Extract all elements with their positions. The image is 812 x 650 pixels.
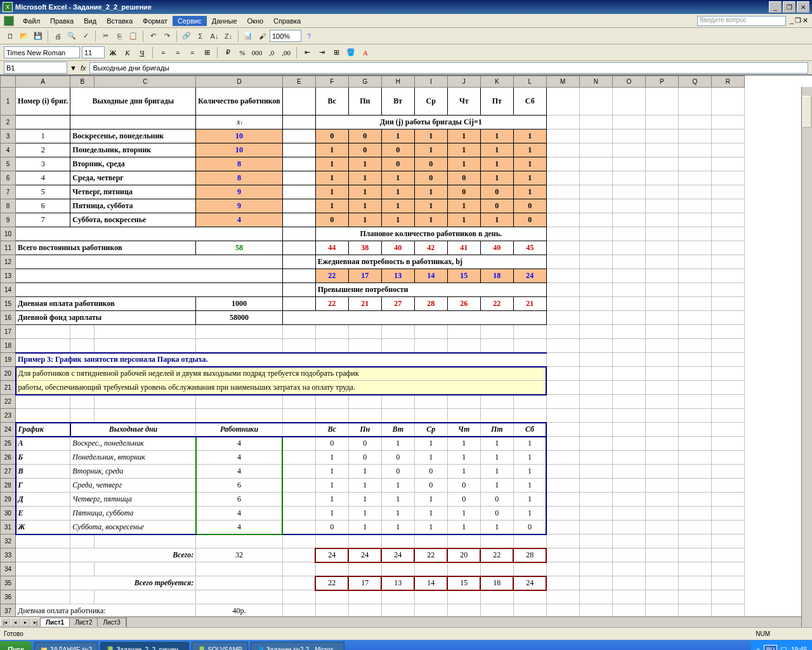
menu-help[interactable]: Справка [268, 16, 306, 26]
menu-service[interactable]: Сервис [173, 16, 207, 26]
col-header[interactable]: Q [678, 76, 711, 88]
cell[interactable]: Вторник, среда [70, 157, 196, 171]
cell[interactable]: 1 [315, 185, 348, 199]
cell[interactable]: 0 [480, 185, 513, 199]
cell[interactable] [414, 562, 447, 576]
borders-icon[interactable]: ⊞ [330, 46, 343, 59]
col-header[interactable]: O [612, 76, 645, 88]
cell[interactable]: 0 [315, 437, 348, 451]
cell[interactable] [579, 339, 612, 353]
cell[interactable]: Работники [196, 423, 282, 437]
cell[interactable]: 0 [348, 437, 381, 451]
row-header[interactable]: 9 [1, 213, 16, 227]
cell[interactable]: Вт [381, 423, 414, 437]
cell[interactable]: Пт [480, 88, 513, 116]
cell[interactable] [711, 479, 744, 493]
cell[interactable] [612, 213, 645, 227]
cell[interactable]: 0 [513, 213, 546, 227]
cell[interactable]: 1 [513, 157, 546, 171]
cell[interactable]: Б [16, 451, 70, 465]
row-header[interactable]: 29 [1, 493, 16, 507]
cell[interactable] [678, 171, 711, 185]
cell[interactable] [546, 534, 579, 548]
cell[interactable]: 24 [348, 548, 381, 562]
row-header[interactable]: 18 [1, 339, 16, 353]
cell[interactable]: 4 [196, 213, 282, 227]
col-header[interactable]: F [315, 76, 348, 88]
row-header[interactable]: 3 [1, 129, 16, 143]
cell[interactable]: 0 [447, 171, 480, 185]
cell[interactable]: 0 [381, 157, 414, 171]
cell[interactable] [645, 562, 678, 576]
cell[interactable]: 0 [315, 521, 348, 534]
cell[interactable] [348, 395, 381, 409]
cell[interactable] [612, 185, 645, 199]
cell[interactable] [645, 367, 678, 381]
cell[interactable] [678, 283, 711, 297]
cell[interactable] [315, 395, 348, 409]
cell[interactable]: 45 [513, 241, 546, 255]
sum-icon[interactable]: Σ [194, 30, 207, 43]
cell[interactable]: 5 [16, 185, 70, 199]
cell[interactable] [196, 325, 282, 339]
cell[interactable]: Номер (i) бриг. [16, 88, 70, 116]
col-header[interactable]: N [579, 76, 612, 88]
cell[interactable] [70, 339, 95, 353]
cell[interactable]: Г [16, 479, 70, 493]
cell[interactable] [16, 255, 283, 269]
cell[interactable] [645, 269, 678, 283]
cell[interactable] [315, 562, 348, 576]
cell[interactable] [546, 562, 579, 576]
cell[interactable] [282, 157, 315, 171]
cell[interactable] [348, 534, 381, 548]
cell[interactable]: 13 [381, 269, 414, 283]
cell[interactable] [282, 227, 315, 241]
row-header[interactable]: 35 [1, 576, 16, 590]
row-header[interactable]: 22 [1, 395, 16, 409]
cell[interactable]: 1 [381, 507, 414, 521]
cell[interactable] [546, 353, 579, 367]
cell[interactable] [645, 116, 678, 129]
cell[interactable] [414, 325, 447, 339]
cell[interactable]: 1 [348, 185, 381, 199]
cell[interactable]: 0 [348, 451, 381, 465]
cell[interactable] [711, 353, 744, 367]
cell[interactable] [711, 199, 744, 213]
cell[interactable] [645, 451, 678, 465]
cell[interactable] [678, 88, 711, 116]
cell[interactable]: 28 [513, 548, 546, 562]
cell[interactable] [711, 227, 744, 241]
cell[interactable]: 18 [480, 576, 513, 590]
cell[interactable] [678, 129, 711, 143]
cell[interactable] [645, 479, 678, 493]
row-header[interactable]: 30 [1, 507, 16, 521]
system-tray[interactable]: « RU 🛡 19:45 [751, 640, 812, 650]
cell[interactable]: 22 [315, 576, 348, 590]
cell[interactable]: 1 [381, 171, 414, 185]
cell[interactable] [579, 88, 612, 116]
cell[interactable]: Пример 3: График занятости персонала Пар… [16, 353, 547, 367]
row-header[interactable]: 16 [1, 311, 16, 325]
cell[interactable] [16, 395, 70, 409]
cell[interactable]: 1 [414, 521, 447, 534]
cell[interactable] [282, 269, 315, 283]
cell[interactable] [282, 339, 315, 353]
cell[interactable]: 1 [348, 465, 381, 479]
cell[interactable] [711, 185, 744, 199]
cell[interactable] [196, 590, 282, 604]
cell[interactable]: xᵢ [196, 116, 282, 129]
cell[interactable] [546, 423, 579, 437]
cell[interactable] [16, 534, 70, 548]
cell[interactable] [282, 143, 315, 157]
cell[interactable] [546, 129, 579, 143]
cell[interactable]: 24 [513, 576, 546, 590]
cell[interactable] [282, 479, 315, 493]
cell[interactable] [95, 325, 196, 339]
tab-prev[interactable]: ◂ [10, 618, 20, 627]
cell[interactable]: Е [16, 507, 70, 521]
cell[interactable] [414, 395, 447, 409]
cell[interactable] [95, 409, 196, 423]
cell[interactable]: Воскрес., понедельник [70, 437, 196, 451]
cell[interactable]: 1 [381, 129, 414, 143]
cell[interactable] [612, 423, 645, 437]
